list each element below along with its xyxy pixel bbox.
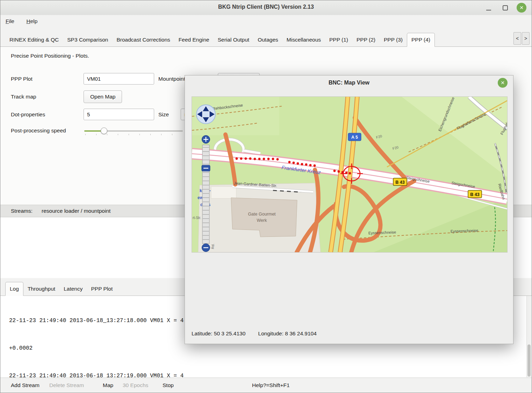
post-processing-speed-label: Post-processing speed <box>11 128 66 134</box>
tab-scroll-right-button[interactable]: > <box>522 32 530 45</box>
maximize-icon[interactable] <box>503 5 508 10</box>
dialog-close-icon: ✕ <box>501 80 505 86</box>
add-stream-button[interactable]: Add Stream <box>11 382 39 388</box>
dialog-close-button[interactable]: ✕ <box>498 78 508 88</box>
latitude-readout: Latitude: 50 3 25.4130 <box>192 330 245 336</box>
tab-latency[interactable]: Latency <box>59 282 87 296</box>
log-scrollbar-thumb[interactable] <box>527 344 531 377</box>
tab-ppp-plot[interactable]: PPP Plot <box>87 282 117 296</box>
badge-b43-1: B 43 <box>393 178 407 185</box>
track-map-label: Track map <box>11 94 36 100</box>
ppp-plot-input[interactable] <box>84 73 154 85</box>
window-title: BKG Ntrip Client (BNC) Version 2.13 <box>0 4 532 10</box>
tab-ppp-4[interactable]: PPP (4) <box>407 33 435 47</box>
minimize-icon[interactable] <box>486 10 491 10</box>
bottom-toolbar: Add Stream Delete Stream Map 30 Epochs S… <box>0 378 532 393</box>
badge-b43-2: B 43 <box>468 190 482 198</box>
dot-properties-input[interactable] <box>84 109 154 120</box>
tab-scroll-left-button[interactable]: < <box>513 32 521 45</box>
map-button[interactable]: Map <box>103 382 113 388</box>
epochs-button: 30 Epochs <box>123 382 148 388</box>
zoom-slider-handle[interactable] <box>202 165 210 171</box>
badge-a5: A 5 <box>348 133 361 141</box>
tab-ppp-3[interactable]: PPP (3) <box>380 33 407 46</box>
tab-broadcast-corrections[interactable]: Broadcast Corrections <box>112 33 174 46</box>
mountpoint-label: Mountpoint <box>158 76 185 82</box>
parking-area <box>211 187 236 198</box>
open-map-button[interactable]: Open Map <box>84 90 122 103</box>
main-tabbar: RINEX Editing & QC SP3 Comparison Broadc… <box>0 30 532 47</box>
tab-sp3-comparison[interactable]: SP3 Comparison <box>63 33 112 46</box>
size-label: Size <box>158 111 169 118</box>
zoom-out-button[interactable] <box>202 244 210 252</box>
tab-outages[interactable]: Outages <box>253 33 282 46</box>
ppp-plot-label: PPP Plot <box>11 76 33 82</box>
tab-miscellaneous[interactable]: Miscellaneous <box>282 33 325 46</box>
close-button[interactable]: ✕ <box>517 3 526 13</box>
svg-text:B 43: B 43 <box>470 192 479 197</box>
post-processing-speed-slider[interactable] <box>84 127 183 135</box>
menu-help[interactable]: Help <box>21 15 43 28</box>
tab-feed-engine[interactable]: Feed Engine <box>174 33 214 46</box>
titlebar: BKG Ntrip Client (BNC) Version 2.13 ✕ <box>0 0 532 15</box>
help-hint: Help?=Shift+F1 <box>252 382 290 388</box>
close-icon: ✕ <box>519 5 524 10</box>
speed-slider-handle[interactable] <box>101 128 107 134</box>
longitude-readout: Longitude: 8 36 24.9104 <box>258 330 317 336</box>
menu-file[interactable]: File <box>0 15 20 28</box>
tab-serial-output[interactable]: Serial Output <box>214 33 253 46</box>
tab-throughput[interactable]: Throughput <box>23 282 59 296</box>
tab-log[interactable]: Log <box>5 282 23 296</box>
streams-sublabel: resource loader / mountpoint <box>42 208 110 214</box>
map-view-dialog: BNC: Map View ✕ <box>185 75 513 344</box>
map-status: Latitude: 50 3 25.4130 Longitude: 8 36 2… <box>192 330 317 337</box>
bnc-window: BKG Ntrip Client (BNC) Version 2.13 ✕ Fi… <box>0 0 532 393</box>
tab-scroll-buttons: < > <box>513 32 530 45</box>
dot-properties-label: Dot-properties <box>11 111 45 118</box>
label-rd: Rd. <box>211 243 215 249</box>
map-canvas[interactable]: Frankfurter Kreuz Jean-Gardner-Batten-St… <box>192 96 508 253</box>
tab-ppp-1[interactable]: PPP (1) <box>325 33 352 46</box>
delete-stream-button: Delete Stream <box>49 382 84 388</box>
map-svg[interactable]: Frankfurter Kreuz Jean-Gardner-Batten-St… <box>192 97 507 252</box>
tab-ppp-2[interactable]: PPP (2) <box>352 33 380 46</box>
menubar: File Help <box>0 15 532 28</box>
dialog-title: BNC: Map View <box>185 80 513 86</box>
panel-heading: Precise Point Positioning - Plots. <box>11 53 89 59</box>
label-gate-gourmet-2: Werk <box>257 218 267 223</box>
label-rt-str: rt-Str. <box>193 216 201 220</box>
zoom-in-button[interactable] <box>202 136 210 144</box>
stop-button[interactable]: Stop <box>163 382 174 388</box>
log-scrollbar[interactable] <box>526 296 531 377</box>
label-gate-gourmet: Gate Gourmet <box>248 212 276 217</box>
tab-rinex-editing-qc[interactable]: RINEX Editing & QC <box>5 33 63 46</box>
svg-text:B 43: B 43 <box>395 180 404 185</box>
slider-ticks <box>85 134 182 135</box>
svg-text:A 5: A 5 <box>351 135 358 140</box>
streams-label: Streams: <box>11 208 33 214</box>
log-line: 22-11-23 21:49:40 2013-06-18_13:27:19.00… <box>9 371 532 377</box>
log-line: +0.0002 <box>9 344 532 353</box>
